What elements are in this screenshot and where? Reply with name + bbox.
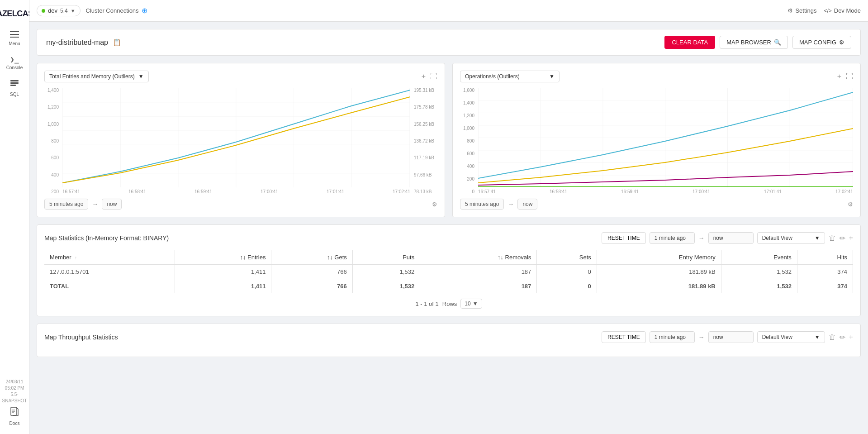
cluster-connections-add-icon: ⊕ [142,6,147,15]
svg-rect-0 [10,31,19,32]
map-stats-time-to[interactable]: now [708,232,754,244]
menu-icon [10,30,19,40]
chart1-wrapper: 1,4001,2001,000800600400200 [44,88,437,194]
col-events[interactable]: Events [721,250,797,265]
cluster-dropdown-icon: ▼ [71,8,76,14]
docs-icon [10,407,19,419]
page-header-actions: CLEAR DATA MAP BROWSER 🔍 MAP CONFIG ⚙ [664,36,851,49]
map-stats-delete-icon[interactable]: 🗑 [829,234,836,242]
chart2-add-icon[interactable]: + [837,72,841,81]
svg-rect-4 [10,82,19,84]
chart2-y-axis-left: 1,6001,4001,2001,0008006004002000 [460,88,478,194]
cell-gets-total: 766 [271,279,352,294]
col-entries[interactable]: ↑↓ Entries [175,250,271,265]
chart2-x-axis: 16:57:4116:58:4116:59:4117:00:4117:01:41… [478,187,853,194]
page-title: my-distributed-map [46,38,108,47]
map-browser-icon: 🔍 [774,39,781,46]
clear-data-button[interactable]: CLEAR DATA [664,36,715,49]
chart1-y-axis-right: 195.31 kB175.78 kB156.25 kB136.72 kB117.… [410,88,437,194]
map-stats-actions: RESET TIME 1 minute ago → now Default Vi… [602,232,853,244]
throughput-view-label: Default View [762,334,792,340]
sidebar-date: 24/03/11 [0,379,29,385]
cell-hits-total: 374 [797,279,853,294]
cell-puts-total: 1,532 [352,279,420,294]
sidebar-item-docs[interactable]: Docs [0,404,29,429]
throughput-header: Map Throughput Statistics RESET TIME 1 m… [44,331,853,343]
throughput-reset-btn[interactable]: RESET TIME [602,331,646,343]
table-row: 127.0.0.1:5701 1,411 766 1,532 187 0 181… [44,265,853,279]
col-sets[interactable]: Sets [537,250,597,265]
map-stats-time-from[interactable]: 1 minute ago [650,232,695,244]
sidebar-item-console-label: Console [6,65,23,70]
throughput-time-from[interactable]: 1 minute ago [650,331,695,343]
col-gets[interactable]: ↑↓ Gets [271,250,352,265]
chart2-time-from[interactable]: 5 minutes ago [460,199,504,210]
chart2-select[interactable]: Operations/s (Outliers) ▼ [460,71,560,82]
chart1-settings-icon[interactable]: ⚙ [432,201,437,208]
chart1-add-icon[interactable]: + [422,72,426,81]
map-stats-edit-icon[interactable]: ✏ [840,234,845,243]
throughput-arrow-icon: → [698,334,705,341]
col-puts[interactable]: Puts [352,250,420,265]
map-stats-title: Map Statistics (In-Memory Format: BINARY… [44,234,169,242]
cluster-status-dot [42,9,45,13]
chart1-expand-icon[interactable]: ⛶ [430,72,437,81]
chart1-time-from[interactable]: 5 minutes ago [44,199,88,210]
chart2-time-to[interactable]: now [517,199,537,210]
throughput-edit-icon[interactable]: ✏ [840,333,845,342]
cell-hits-0: 374 [797,265,853,279]
map-browser-button[interactable]: MAP BROWSER 🔍 [720,36,788,49]
chart1-footer: 5 minutes ago → now ⚙ [44,199,437,210]
chart1-time-to[interactable]: now [102,199,122,210]
map-config-button[interactable]: MAP CONFIG ⚙ [792,36,851,49]
map-stats-add-icon[interactable]: + [849,234,853,242]
cell-sets-0: 0 [537,265,597,279]
settings-label: Settings [795,7,816,14]
pagination-info: 1 - 1 of 1 [415,300,438,307]
chart1-y-axis-left: 1,4001,2001,000800600400200 [44,88,62,194]
map-config-label: MAP CONFIG [799,39,836,46]
throughput-view-select[interactable]: Default View ▼ [757,331,825,343]
cell-removals-total: 187 [420,279,537,294]
cell-events-total: 1,532 [721,279,797,294]
cell-entry-memory-total: 181.89 kB [597,279,721,294]
sidebar-time: 05:02 PM [0,385,29,391]
map-stats-view-select[interactable]: Default View ▼ [757,232,825,244]
col-removals[interactable]: ↑↓ Removals [420,250,537,265]
devmode-btn[interactable]: </> Dev Mode [824,7,861,14]
svg-rect-3 [10,80,19,81]
sidebar-item-sql-label: SQL [10,92,19,97]
sidebar-item-sql[interactable]: SQL [0,75,29,101]
throughput-delete-icon[interactable]: 🗑 [829,333,836,341]
chart2-settings-icon[interactable]: ⚙ [848,201,853,208]
rows-label: Rows [442,300,457,307]
sidebar-item-menu-label: Menu [9,41,20,46]
page-title-copy-icon[interactable]: 📋 [113,38,121,47]
throughput-add-icon[interactable]: + [849,333,853,341]
col-hits[interactable]: Hits [797,250,853,265]
pagination: 1 - 1 of 1 Rows 10 ▼ [44,299,853,309]
map-stats-view-label: Default View [762,235,792,241]
col-member[interactable]: Member ↑ [44,250,175,265]
settings-btn[interactable]: ⚙ Settings [787,7,816,14]
chart1-select-label: Total Entries and Memory (Outliers) [49,73,135,80]
settings-icon: ⚙ [787,7,793,14]
map-stats-reset-btn[interactable]: RESET TIME [602,232,646,244]
chart1-arrow-icon: → [92,200,98,208]
devmode-label: Dev Mode [834,7,861,14]
col-entry-memory[interactable]: Entry Memory [597,250,721,265]
sidebar-item-console[interactable]: ❯_ Console [0,51,29,75]
chart2-expand-icon[interactable]: ⛶ [846,72,853,81]
devmode-icon: </> [824,8,831,14]
rows-per-page-select[interactable]: 10 ▼ [460,299,482,309]
cluster-selector[interactable]: dev 5.4 ▼ [37,5,81,16]
chart1-select[interactable]: Total Entries and Memory (Outliers) ▼ [44,71,149,82]
sidebar-item-menu[interactable]: Menu [0,26,29,51]
throughput-time-to[interactable]: now [708,331,754,343]
svg-rect-1 [10,34,19,35]
chart1-header: Total Entries and Memory (Outliers) ▼ + … [44,71,437,82]
chart2-plot-area: 16:57:4116:58:4116:59:4117:00:4117:01:41… [478,88,853,194]
content-area: my-distributed-map 📋 CLEAR DATA MAP BROW… [29,22,868,434]
map-browser-label: MAP BROWSER [726,39,771,46]
cluster-connections-btn[interactable]: Cluster Connections ⊕ [86,6,147,15]
